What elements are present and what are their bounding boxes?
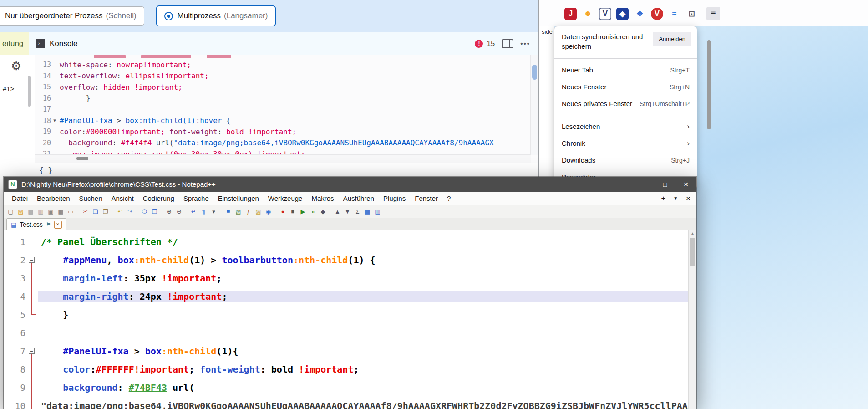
extensions-puzzle-icon[interactable]: ⊡ [685, 8, 698, 20]
macro-stop-icon[interactable]: ■ [289, 207, 297, 216]
menu-item-downloads[interactable]: DownloadsStrg+J [554, 152, 697, 169]
sign-in-button[interactable]: Anmelden [653, 32, 691, 46]
folder-workspace-icon[interactable]: ▨ [254, 207, 263, 216]
code-line-7[interactable]: 7− #PanelUI-fxa > box:nth-child(1){ [4, 342, 689, 360]
document-tab[interactable]: ▤ Test.css ⚑ ✕ [6, 218, 66, 231]
fold-margin[interactable]: − [25, 251, 38, 269]
extension-v-letter-icon[interactable]: V [599, 8, 611, 20]
scrollbar-thumb[interactable] [532, 65, 537, 80]
minimize-button[interactable]: – [634, 177, 655, 192]
code-line-16[interactable]: 16 } [35, 93, 538, 104]
code-line-4[interactable]: 4 margin-right: 24px !important; [4, 287, 689, 306]
sidebar-scrollbar[interactable] [28, 76, 31, 107]
extension-blue-square-icon[interactable]: ◆ [616, 8, 629, 20]
code-line-1[interactable]: 1/* Panel Überschriften */ [4, 233, 689, 251]
next-doc-icon[interactable]: ▼ [343, 207, 352, 216]
menu-item-neuer-tab[interactable]: Neuer TabStrg+T [554, 61, 697, 78]
notepad-titlebar[interactable]: N D:\Nightly Neu\Firefox\profile\chrome\… [4, 177, 696, 192]
doc-map-icon[interactable]: ▧ [234, 207, 243, 216]
toolbar-dropdown-icon[interactable]: ▾ [209, 207, 218, 216]
menu-ansicht[interactable]: Ansicht [107, 194, 138, 202]
menu-plugins[interactable]: Plugins [379, 194, 410, 202]
tab-list-icon[interactable]: ▼ [673, 196, 678, 201]
macro-run-multiple-icon[interactable]: » [309, 207, 317, 216]
code-line-8[interactable]: 8 color:#FFFFFF!important; font-weight: … [4, 360, 689, 378]
code-line-6[interactable]: 6 [4, 324, 689, 342]
menu-codierung[interactable]: Codierung [138, 194, 179, 202]
cut-icon[interactable]: ✂ [81, 207, 90, 216]
redo-icon[interactable]: ↷ [126, 207, 134, 216]
gear-icon[interactable]: ⚙ [11, 59, 21, 73]
code-line-20[interactable]: 20 background: #f4f4f4 url("data:image/p… [35, 138, 538, 149]
menu-suchen[interactable]: Suchen [75, 194, 107, 202]
grid-icon[interactable]: ▦ [363, 207, 372, 216]
code-line-18[interactable]: 18▾#PanelUI-fxa > box:nth-child(1):hover… [35, 115, 538, 127]
show-symbols-icon[interactable]: ¶ [199, 207, 208, 216]
pin-tab-icon[interactable]: ⚑ [46, 221, 51, 228]
extension-smiley-icon[interactable]: ☻ [582, 8, 594, 20]
zoom-in-icon[interactable]: ⊕ [165, 207, 173, 216]
devtools-meatball-menu-icon[interactable]: ••• [520, 40, 530, 47]
code-line-3[interactable]: 3 margin-left: 35px !important; [4, 269, 689, 287]
close-tab-icon[interactable]: ✕ [685, 195, 691, 202]
code-line-5[interactable]: 5 } [4, 306, 689, 324]
multiprocess-option[interactable]: Multiprozess (Langsamer) [156, 5, 276, 26]
close-file-icon[interactable]: ▣ [46, 207, 55, 216]
menu-datei[interactable]: Datei [7, 194, 32, 202]
split-console-icon[interactable] [502, 39, 513, 48]
menu-werkzeuge[interactable]: Werkzeuge [264, 194, 307, 202]
macro-record-icon[interactable]: ● [279, 207, 287, 216]
indent-guide-icon[interactable]: ≡ [224, 207, 233, 216]
table-icon[interactable]: ▥ [373, 207, 382, 216]
notepad-editor[interactable]: 1/* Panel Überschriften */2− #appMenu, b… [4, 230, 689, 409]
extension-red-circle-icon[interactable]: V [651, 8, 663, 20]
prev-doc-icon[interactable]: ▲ [333, 207, 342, 216]
menu-bearbeiten[interactable]: Bearbeiten [32, 194, 75, 202]
code-line-19[interactable]: 19color:#000000!important; font-weight: … [35, 126, 538, 138]
menu-sprache[interactable]: Sprache [179, 194, 213, 202]
new-tab-button[interactable]: + [661, 194, 665, 203]
page-scrollbar[interactable] [707, 40, 711, 129]
fold-margin[interactable]: − [25, 342, 38, 360]
copy-icon[interactable]: ❏ [91, 207, 100, 216]
undo-icon[interactable]: ↶ [116, 207, 124, 216]
scrollbar-thumb[interactable] [690, 238, 695, 266]
code-line-15[interactable]: 15overflow: hidden !important; [35, 82, 538, 93]
fold-margin[interactable]: ▾ [51, 118, 58, 123]
code-line-13[interactable]: 13white-space: nowrap!important; [35, 59, 538, 71]
menu-einstellungen[interactable]: Einstellungen [213, 194, 264, 202]
menu-item-lesezeichen[interactable]: Lesezeichen› [554, 118, 697, 135]
paste-icon[interactable]: ❐ [101, 207, 110, 216]
code-line-17[interactable]: 17 [35, 104, 538, 115]
zoom-out-icon[interactable]: ⊖ [175, 207, 183, 216]
extension-stamp-icon[interactable]: J [564, 8, 577, 20]
print-icon[interactable]: ▭ [66, 207, 75, 216]
vertical-scrollbar[interactable] [530, 55, 538, 155]
word-wrap-icon[interactable]: ↵ [189, 207, 198, 216]
menu-item-neues-fenster[interactable]: Neues FensterStrg+N [554, 78, 697, 95]
extension-swirl-icon[interactable]: ≈ [668, 8, 680, 20]
open-file-icon[interactable]: ▨ [16, 207, 25, 216]
code-line-10[interactable]: 10"data:image/png;base64,iVBORw0KGgoAAAA… [4, 397, 689, 409]
close-all-icon[interactable]: ▦ [56, 207, 65, 216]
find-icon[interactable]: ❍ [140, 207, 149, 216]
code-line-9[interactable]: 9 background: #74BF43 url( [4, 378, 689, 397]
save-all-icon[interactable]: ▥ [36, 207, 45, 216]
menu-ausf-hren[interactable]: Ausführen [339, 194, 379, 202]
menu-makros[interactable]: Makros [307, 194, 338, 202]
source-list-item-fragment[interactable]: #1> [3, 85, 14, 92]
function-list-icon[interactable]: ƒ [244, 207, 253, 216]
extension-feedback-icon[interactable]: ❖ [634, 8, 646, 20]
menu--[interactable]: ? [442, 194, 455, 202]
horizontal-scrollbar[interactable] [35, 154, 531, 163]
code-line-2[interactable]: 2− #appMenu, box:nth-child(1) > toolbarb… [4, 251, 689, 269]
tab-console[interactable]: ›_ Konsole [36, 39, 77, 48]
menu-item-neues-privates-fenster[interactable]: Neues privates FensterStrg+Umschalt+P [554, 95, 697, 112]
maximize-button[interactable]: □ [655, 177, 675, 192]
close-tab-icon[interactable]: ✕ [54, 221, 62, 229]
error-badge-icon[interactable]: ! [475, 40, 483, 48]
macro-save-icon[interactable]: ◆ [319, 207, 327, 216]
macro-play-icon[interactable]: ▶ [299, 207, 307, 216]
menu-fenster[interactable]: Fenster [410, 194, 442, 202]
fold-toggle-icon[interactable]: − [29, 348, 35, 354]
